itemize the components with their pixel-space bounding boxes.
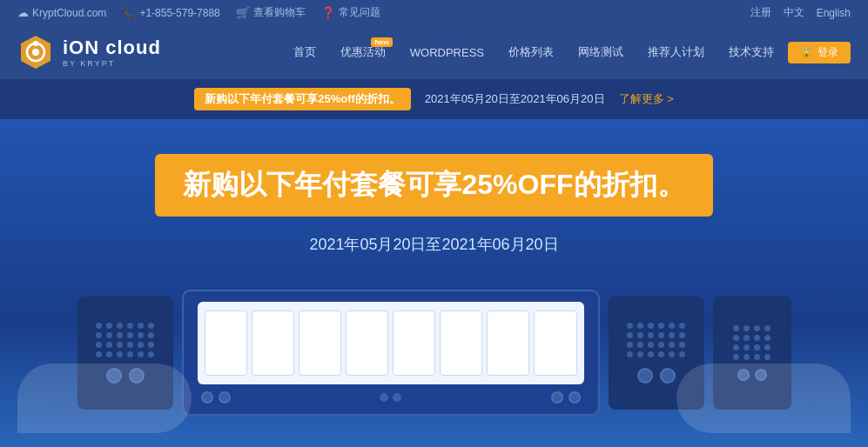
- nav-item-pricing[interactable]: 价格列表: [498, 29, 564, 76]
- lang-en-item[interactable]: English: [817, 7, 851, 19]
- svg-point-2: [32, 49, 39, 56]
- logo[interactable]: iON cloud BY KRYPT: [17, 25, 161, 79]
- lang-cn-item[interactable]: 中文: [784, 5, 804, 20]
- nav-home-label: 首页: [293, 45, 316, 58]
- cart-item[interactable]: 🛒 查看购物车: [236, 5, 306, 20]
- top-bar-left: ☁ KryptCloud.com 📞 +1-855-579-7888 🛒 查看购…: [17, 5, 380, 20]
- left-side-panel: [77, 297, 173, 410]
- rack-slot: [205, 310, 247, 376]
- hero-title: 新购以下年付套餐可享25%OFF的折扣。: [155, 154, 712, 217]
- rack-slot: [534, 310, 576, 376]
- main-nav: iON cloud BY KRYPT 首页 优惠活动 New WORDPRESS…: [0, 25, 868, 79]
- nav-item-wordpress[interactable]: WORDPRESS: [400, 30, 495, 75]
- lock-icon: 🔒: [800, 46, 813, 58]
- server-illustration: [17, 281, 851, 416]
- cart-text: 查看购物车: [253, 5, 306, 20]
- rack-slot: [440, 310, 482, 376]
- lang-en-text: English: [817, 7, 851, 19]
- rack-slots: [198, 302, 584, 384]
- lang-cn-text: 中文: [784, 5, 804, 20]
- phone-text: +1-855-579-7888: [139, 7, 219, 19]
- rack-knob: [569, 391, 581, 404]
- rack-light: [380, 393, 388, 402]
- knob: [637, 368, 653, 384]
- logo-text: iON cloud BY KRYPT: [63, 37, 161, 68]
- register-text: 注册: [750, 5, 771, 20]
- nav-network-label: 网络测试: [578, 45, 623, 58]
- server-area: [17, 290, 851, 416]
- rack-slot: [299, 310, 341, 376]
- nav-promotions-label: 优惠活动: [340, 45, 386, 58]
- login-button[interactable]: 🔒 登录: [788, 42, 851, 63]
- nav-badge-new: New: [371, 37, 392, 47]
- nav-pricing-label: 价格列表: [508, 45, 554, 58]
- right-side-panel: [609, 297, 704, 410]
- promo-highlight-text: 新购以下年付套餐可享25%off的折扣。: [194, 88, 411, 110]
- login-label: 登录: [818, 45, 838, 60]
- top-bar: ☁ KryptCloud.com 📞 +1-855-579-7888 🛒 查看购…: [0, 0, 868, 25]
- right-server-unit: [713, 297, 791, 410]
- logo-sub: BY KRYPT: [63, 59, 161, 68]
- rack-slot: [393, 310, 435, 376]
- rack-knob: [551, 391, 563, 404]
- rack-slot: [252, 310, 294, 376]
- cart-icon: 🛒: [236, 6, 250, 19]
- server-rack: [182, 290, 600, 416]
- knob: [129, 368, 145, 384]
- phone-item[interactable]: 📞 +1-855-579-7888: [122, 6, 219, 19]
- register-item[interactable]: 注册: [750, 5, 771, 20]
- right-server-grid: [733, 325, 771, 360]
- svg-point-3: [33, 41, 38, 46]
- nav-support-label: 技术支持: [729, 45, 774, 58]
- nav-referral-label: 推荐人计划: [648, 45, 704, 58]
- knob: [755, 369, 767, 381]
- rack-lights: [380, 393, 401, 402]
- cloud-icon: ☁: [17, 6, 29, 19]
- faq-item[interactable]: ❓ 常见问题: [321, 5, 380, 20]
- promo-learn-more[interactable]: 了解更多 >: [619, 91, 674, 107]
- rack-knob: [201, 391, 213, 404]
- promo-date: 2021年05月20日至2021年06月20日: [425, 91, 605, 107]
- rack-light: [393, 393, 401, 402]
- rack-knob: [219, 391, 231, 404]
- dot-grid-right: [627, 323, 686, 357]
- knob: [106, 368, 122, 384]
- nav-links: 首页 优惠活动 New WORDPRESS 价格列表 网络测试 推荐人计划 技术…: [283, 29, 851, 76]
- logo-name: iON cloud: [63, 37, 161, 59]
- faq-text: 常见问题: [339, 5, 380, 20]
- knob: [660, 368, 676, 384]
- dot-grid-left: [96, 323, 155, 357]
- hero-date: 2021年05月20日至2021年06月20日: [309, 234, 558, 255]
- promo-banner: 新购以下年付套餐可享25%off的折扣。 2021年05月20日至2021年06…: [0, 79, 868, 119]
- nav-item-home[interactable]: 首页: [283, 29, 326, 76]
- phone-icon: 📞: [122, 6, 136, 19]
- logo-icon: [17, 34, 54, 70]
- nav-item-support[interactable]: 技术支持: [718, 29, 784, 76]
- knob: [737, 369, 750, 381]
- rack-bottom: [198, 391, 584, 404]
- question-icon: ❓: [321, 6, 335, 19]
- rack-slot: [346, 310, 388, 376]
- site-url-item[interactable]: ☁ KryptCloud.com: [17, 6, 106, 19]
- hero-section: 新购以下年付套餐可享25%OFF的折扣。 2021年05月20日至2021年06…: [0, 119, 868, 447]
- rack-slot: [487, 310, 529, 376]
- nav-item-promotions[interactable]: 优惠活动 New: [330, 29, 396, 76]
- top-bar-right: 注册 中文 English: [750, 5, 851, 20]
- nav-wordpress-label: WORDPRESS: [410, 46, 484, 59]
- nav-item-referral[interactable]: 推荐人计划: [637, 29, 715, 76]
- site-url-text: KryptCloud.com: [32, 7, 106, 19]
- nav-item-network[interactable]: 网络测试: [568, 29, 634, 76]
